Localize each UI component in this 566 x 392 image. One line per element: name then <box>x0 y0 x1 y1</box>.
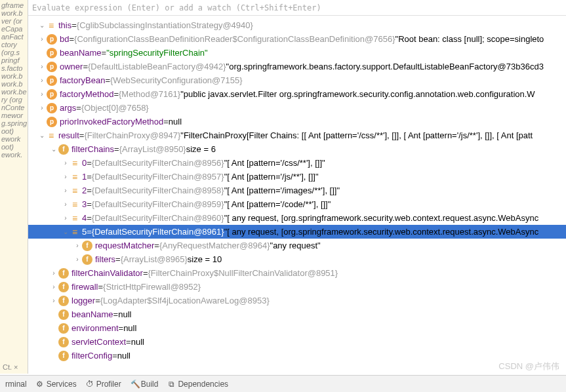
structure-tab[interactable]: Ct. × <box>0 363 18 375</box>
variable-row[interactable]: ›ffilters = {ArrayList@8965} size = 10 <box>28 252 566 266</box>
chevron-right-icon[interactable]: › <box>61 184 70 197</box>
frame-item[interactable]: ework. <box>1 151 26 159</box>
chevron-right-icon[interactable]: › <box>49 267 58 280</box>
frame-item[interactable]: gframe <box>1 1 26 9</box>
variable-name: bd <box>60 33 69 46</box>
variable-row[interactable]: ›powner = {DefaultListableBeanFactory@49… <box>28 60 566 73</box>
variable-row[interactable]: ›pfactoryBean = {WebSecurityConfiguratio… <box>28 73 566 87</box>
variable-row[interactable]: ›≡3 = {DefaultSecurityFilterChain@8959} … <box>28 197 566 211</box>
variable-tostring: "org.springframework.beans.factory.suppo… <box>226 60 544 73</box>
variable-row[interactable]: ›frequestMatcher = {AnyRequestMatcher@89… <box>28 239 566 252</box>
variable-row[interactable]: ⌄≡result = {FilterChainProxy@8947} "Filt… <box>28 128 566 142</box>
frame-item[interactable]: work.b <box>1 72 26 80</box>
chevron-right-icon[interactable]: › <box>49 281 58 294</box>
frame-item[interactable]: oot) <box>1 127 26 135</box>
field-icon: f <box>82 241 92 251</box>
property-icon: p <box>47 103 57 113</box>
variable-row[interactable]: ⌄≡this = {CglibSubclassingInstantiationS… <box>28 18 566 32</box>
frame-item[interactable]: ework <box>1 135 26 143</box>
chevron-right-icon[interactable]: › <box>37 33 47 46</box>
variable-type: {Object[0]@7658} <box>81 102 149 115</box>
variable-row[interactable]: ›flogger = {LogAdapter$Slf4jLocationAwar… <box>28 294 566 307</box>
variable-row[interactable]: ›≡0 = {DefaultSecurityFilterChain@8956} … <box>28 156 566 170</box>
variable-row[interactable]: fenvironment = null <box>28 321 566 335</box>
frame-item[interactable]: ver (or <box>1 17 26 25</box>
frame-item[interactable]: ry (org <box>1 96 26 104</box>
variable-tostring: "public javax.servlet.Filter org.springf… <box>180 88 535 101</box>
frame-item[interactable]: oot) <box>1 143 26 151</box>
field-icon: f <box>58 268 69 279</box>
variable-row[interactable]: ⌄≡5 = {DefaultSecurityFilterChain@8961} … <box>28 225 566 239</box>
services-tab[interactable]: ⚙Services <box>36 380 77 389</box>
variable-type: {ConfigurationClassBeanDefinitionReader$… <box>74 33 395 46</box>
terminal-tab[interactable]: rminal <box>5 380 27 389</box>
variable-type: {ArrayList@8950} <box>119 143 186 156</box>
variable-row[interactable]: ›pbd = {ConfigurationClassBeanDefinition… <box>28 32 566 46</box>
chevron-right-icon[interactable]: › <box>61 170 70 184</box>
variable-name: 2 <box>82 184 87 197</box>
chevron-right-icon[interactable]: › <box>49 294 58 307</box>
frame-item[interactable]: ctory <box>1 41 26 49</box>
frame-item[interactable]: work.b <box>1 9 26 17</box>
variable-value: "springSecurityFilterChain" <box>106 47 207 60</box>
dependencies-tab[interactable]: ⧉Dependencies <box>167 380 228 389</box>
object-icon: ≡ <box>70 213 79 224</box>
chevron-right-icon[interactable]: › <box>37 74 47 87</box>
chevron-right-icon[interactable]: › <box>61 198 70 211</box>
variable-tostring: "FilterChainProxy[Filter Chains: [[ Ant … <box>180 129 533 142</box>
frames-pane[interactable]: gframework.bver (oreCapaanFactctory(org.… <box>0 0 28 374</box>
variable-row[interactable]: ›≡1 = {DefaultSecurityFilterChain@8957} … <box>28 170 566 184</box>
variable-name: factoryBean <box>60 74 105 87</box>
chevron-down-icon[interactable]: ⌄ <box>61 225 70 239</box>
chevron-down-icon[interactable]: ⌄ <box>37 129 47 142</box>
variables-tree[interactable]: ⌄≡this = {CglibSubclassingInstantiationS… <box>28 16 566 374</box>
services-icon: ⚙ <box>36 380 44 389</box>
frame-item[interactable]: pringf <box>1 56 26 64</box>
chevron-right-icon[interactable]: › <box>37 60 47 73</box>
variable-row[interactable]: ›pfactoryMethod = {Method@7161} "public … <box>28 87 566 101</box>
chevron-right-icon[interactable]: › <box>61 212 70 225</box>
variable-row[interactable]: ›≡4 = {DefaultSecurityFilterChain@8960} … <box>28 211 566 225</box>
property-icon: p <box>47 48 57 58</box>
variable-row[interactable]: fservletContext = null <box>28 335 566 349</box>
variable-row[interactable]: ppriorInvokedFactoryMethod = null <box>28 115 566 128</box>
chevron-right-icon[interactable]: › <box>61 157 70 170</box>
variable-row[interactable]: fbeanName = null <box>28 307 566 321</box>
variable-row[interactable]: ›≡2 = {DefaultSecurityFilterChain@8958} … <box>28 184 566 197</box>
variable-row[interactable]: pbeanName = "springSecurityFilterChain" <box>28 46 566 60</box>
dependencies-icon: ⧉ <box>167 380 175 389</box>
variable-value: size = 10 <box>188 253 222 266</box>
frame-item[interactable]: work.b <box>1 80 26 88</box>
variable-value: null <box>118 308 131 321</box>
variable-value: null <box>117 349 131 363</box>
field-icon: f <box>58 296 69 306</box>
variable-name: result <box>58 129 79 142</box>
frame-item[interactable]: g.spring <box>1 119 26 127</box>
build-tab[interactable]: 🔨Build <box>131 380 159 389</box>
profiler-tab[interactable]: ⏱Profiler <box>86 380 121 389</box>
frame-item[interactable]: eCapa <box>1 25 26 33</box>
build-icon: 🔨 <box>131 380 138 389</box>
variable-tostring: "[ Ant [pattern='/js/**'], []]" <box>224 170 319 184</box>
chevron-right-icon[interactable]: › <box>73 239 82 252</box>
frame-item[interactable]: s.facto <box>1 64 26 72</box>
evaluate-expression-input[interactable]: Evaluate expression (Enter) or add a wat… <box>28 0 566 16</box>
object-icon: ≡ <box>70 227 79 237</box>
variable-name: 4 <box>82 212 87 225</box>
variable-row[interactable]: ⌄ffilterChains = {ArrayList@8950} size =… <box>28 142 566 156</box>
frame-item[interactable]: anFact <box>1 33 26 41</box>
variable-name: firewall <box>71 281 98 294</box>
frame-item[interactable]: (org.s <box>1 49 26 56</box>
frame-item[interactable]: nConte <box>1 104 26 111</box>
frame-item[interactable]: work.be <box>1 88 26 96</box>
variable-row[interactable]: ›pargs = {Object[0]@7658} <box>28 101 566 115</box>
chevron-right-icon[interactable]: › <box>73 253 82 266</box>
variable-row[interactable]: ›ffilterChainValidator = {FilterChainPro… <box>28 266 566 280</box>
chevron-down-icon[interactable]: ⌄ <box>37 19 47 32</box>
variable-row[interactable]: ffilterConfig = null <box>28 349 566 363</box>
chevron-right-icon[interactable]: › <box>37 88 47 101</box>
frame-item[interactable]: mewor <box>1 111 26 119</box>
variable-row[interactable]: ›ffirewall = {StrictHttpFirewall@8952} <box>28 280 566 294</box>
chevron-right-icon[interactable]: › <box>37 102 47 115</box>
chevron-down-icon[interactable]: ⌄ <box>49 143 58 156</box>
